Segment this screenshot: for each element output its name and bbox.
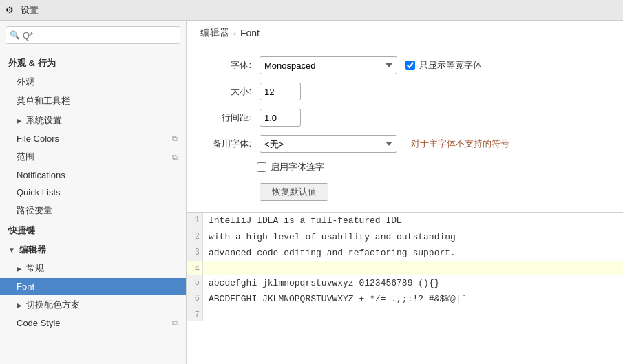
chevron-down-icon: ▼ bbox=[8, 246, 15, 254]
size-label: 大小: bbox=[203, 85, 251, 98]
sidebar-item-font-label: Font bbox=[17, 281, 34, 292]
copy-icon: ⧉ bbox=[172, 153, 178, 162]
chevron-right-icon: ▶ bbox=[17, 265, 22, 272]
line-number: 4 bbox=[187, 261, 203, 275]
preview-line: 2with a high level of usability and outs… bbox=[187, 229, 623, 246]
line-text: with a high level of usability and outst… bbox=[203, 229, 461, 246]
line-text: abcdefghi jklmnopqrstuvwxyz 0123456789 (… bbox=[203, 275, 445, 292]
settings-form: 字体: Monospaced 只显示等宽字体 大小: 行间距: bbox=[187, 45, 623, 212]
sidebar-item-path-variables[interactable]: 路径变量 bbox=[0, 201, 186, 220]
breadcrumb-current: Font bbox=[240, 28, 260, 39]
font-label: 字体: bbox=[203, 59, 251, 72]
sidebar-section-editor[interactable]: ▼ 编辑器 bbox=[0, 239, 186, 259]
preview-line: 1IntelliJ IDEA is a full-featured IDE bbox=[187, 213, 623, 229]
monospaced-checkbox-row: 只显示等宽字体 bbox=[405, 59, 482, 72]
preview-content: 1IntelliJ IDEA is a full-featured IDE2wi… bbox=[187, 213, 623, 364]
sidebar: 🔍 外观 & 行为 外观 菜单和工具栏 ▶ 系统设置 File Colors ⧉ bbox=[0, 21, 187, 364]
sidebar-item-system-settings[interactable]: ▶ 系统设置 bbox=[0, 111, 186, 130]
settings-icon: ⚙ bbox=[6, 5, 17, 16]
line-number: 1 bbox=[187, 213, 203, 229]
ligature-checkbox[interactable] bbox=[257, 162, 266, 172]
sidebar-item-general-label: 常规 bbox=[26, 262, 44, 275]
line-spacing-input[interactable] bbox=[260, 109, 301, 127]
preview-line: 7 bbox=[187, 308, 623, 321]
title-bar: ⚙ 设置 bbox=[0, 0, 623, 21]
copy-icon: ⧉ bbox=[172, 319, 178, 328]
fallback-font-hint: 对于主字体不支持的符号 bbox=[411, 138, 509, 150]
sidebar-section-appearance-behavior: 外观 & 行为 bbox=[0, 53, 186, 72]
monospaced-checkbox[interactable] bbox=[405, 61, 415, 70]
preview-line: 4 bbox=[187, 261, 623, 275]
line-spacing-row: 行间距: bbox=[203, 109, 606, 127]
sidebar-item-path-variables-label: 路径变量 bbox=[17, 204, 52, 217]
search-icon: 🔍 bbox=[10, 30, 20, 40]
copy-icon: ⧉ bbox=[172, 134, 178, 143]
font-select[interactable]: Monospaced bbox=[260, 56, 397, 74]
preview-line: 5abcdefghi jklmnopqrstuvwxyz 0123456789 … bbox=[187, 275, 623, 292]
sidebar-item-code-style[interactable]: Code Style ⧉ bbox=[0, 314, 186, 332]
fallback-font-label: 备用字体: bbox=[203, 138, 251, 150]
font-row: 字体: Monospaced 只显示等宽字体 bbox=[203, 56, 606, 74]
sidebar-item-font[interactable]: Font bbox=[0, 278, 186, 295]
search-wrapper: 🔍 bbox=[6, 26, 180, 44]
breadcrumb-parent: 编辑器 bbox=[200, 27, 229, 39]
fallback-font-select[interactable]: <无> bbox=[260, 135, 397, 153]
fallback-font-row: 备用字体: <无> 对于主字体不支持的符号 bbox=[203, 135, 606, 153]
breadcrumb-separator: › bbox=[233, 28, 236, 38]
preview-line: 6ABCDEFGHI JKLMNOPQRSTUVWXYZ +-*/= .,;:!… bbox=[187, 291, 623, 308]
line-number: 5 bbox=[187, 275, 203, 292]
sidebar-item-appearance-label: 外观 bbox=[17, 76, 34, 88]
sidebar-item-general[interactable]: ▶ 常规 bbox=[0, 259, 186, 278]
line-number: 7 bbox=[187, 308, 203, 321]
sidebar-item-notifications-label: Notifications bbox=[17, 170, 65, 180]
main-content: 编辑器 › Font 字体: Monospaced 只显示等宽字体 大小: bbox=[187, 21, 623, 364]
sidebar-item-notifications[interactable]: Notifications bbox=[0, 167, 186, 184]
sidebar-section-shortcuts: 快捷键 bbox=[0, 220, 186, 239]
sidebar-item-scopes-label: 范围 bbox=[17, 151, 34, 163]
reset-button[interactable]: 恢复默认值 bbox=[260, 183, 328, 201]
line-text: advanced code editing and refactoring su… bbox=[203, 245, 461, 261]
line-text bbox=[203, 308, 214, 321]
sidebar-item-menus-toolbars-label: 菜单和工具栏 bbox=[17, 95, 70, 107]
line-text bbox=[203, 261, 623, 275]
title-bar-text: 设置 bbox=[21, 4, 39, 17]
ligature-row: 启用字体连字 bbox=[203, 161, 606, 173]
sidebar-item-color-scheme-label: 切换配色方案 bbox=[26, 299, 80, 311]
ligature-checkbox-label: 启用字体连字 bbox=[271, 161, 324, 173]
main-container: 🔍 外观 & 行为 外观 菜单和工具栏 ▶ 系统设置 File Colors ⧉ bbox=[0, 21, 623, 364]
monospaced-checkbox-label: 只显示等宽字体 bbox=[419, 59, 482, 72]
sidebar-item-file-colors-label: File Colors bbox=[17, 133, 59, 144]
sidebar-item-code-style-label: Code Style bbox=[17, 318, 61, 328]
line-text: IntelliJ IDEA is a full-featured IDE bbox=[203, 213, 408, 229]
ligature-checkbox-row: 启用字体连字 bbox=[257, 161, 324, 173]
chevron-right-icon: ▶ bbox=[17, 301, 22, 309]
sidebar-section-editor-label: 编辑器 bbox=[19, 244, 46, 256]
sidebar-item-file-colors[interactable]: File Colors ⧉ bbox=[0, 130, 186, 147]
line-spacing-label: 行间距: bbox=[203, 111, 251, 124]
sidebar-item-quick-lists-label: Quick Lists bbox=[17, 187, 61, 197]
sidebar-item-quick-lists[interactable]: Quick Lists bbox=[0, 184, 186, 201]
preview-line: 3advanced code editing and refactoring s… bbox=[187, 245, 623, 261]
sidebar-item-menus-toolbars[interactable]: 菜单和工具栏 bbox=[0, 92, 186, 111]
sidebar-item-scopes[interactable]: 范围 ⧉ bbox=[0, 147, 186, 167]
line-number: 3 bbox=[187, 245, 203, 261]
sidebar-item-appearance[interactable]: 外观 bbox=[0, 72, 186, 92]
sidebar-item-color-scheme[interactable]: ▶ 切换配色方案 bbox=[0, 295, 186, 314]
line-text: ABCDEFGHI JKLMNOPQRSTUVWXYZ +-*/= .,;:!?… bbox=[203, 291, 472, 308]
sidebar-content: 外观 & 行为 外观 菜单和工具栏 ▶ 系统设置 File Colors ⧉ 范… bbox=[0, 50, 186, 364]
search-bar: 🔍 bbox=[0, 21, 186, 50]
sidebar-item-system-settings-label: 系统设置 bbox=[26, 114, 62, 127]
size-row: 大小: bbox=[203, 83, 606, 100]
search-input[interactable] bbox=[6, 26, 180, 44]
line-number: 2 bbox=[187, 229, 203, 246]
size-input[interactable] bbox=[260, 83, 301, 100]
preview-area: 1IntelliJ IDEA is a full-featured IDE2wi… bbox=[187, 212, 623, 364]
reset-button-row: 恢复默认值 bbox=[203, 182, 606, 201]
breadcrumb: 编辑器 › Font bbox=[187, 21, 623, 45]
chevron-right-icon: ▶ bbox=[17, 117, 22, 125]
line-number: 6 bbox=[187, 291, 203, 308]
